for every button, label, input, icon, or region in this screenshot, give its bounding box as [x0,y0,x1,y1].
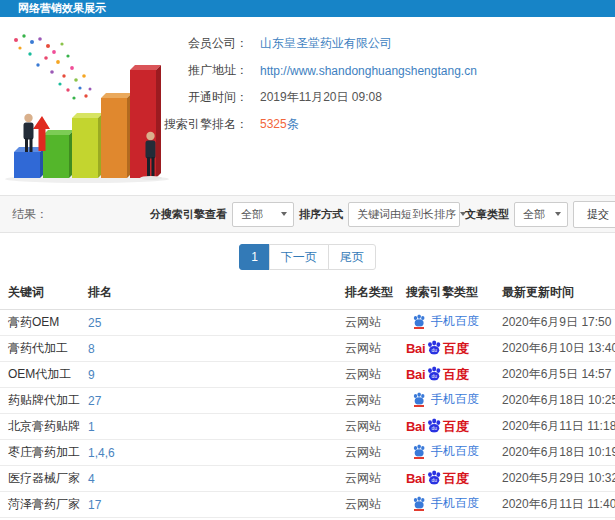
rank-link[interactable]: 1 [80,414,337,440]
svg-text:du: du [432,374,438,379]
rank-type-cell: 云网站 [337,388,398,414]
header-engine: 搜索引擎类型 [398,280,494,310]
baidu-logo: Bai du 百度 [406,418,469,435]
company-label: 会员公司： [162,35,248,52]
member-info: 会员公司： 山东皇圣堂药业有限公司 推广地址： http://www.shand… [162,30,612,138]
next-page-button[interactable]: 下一页 [269,244,329,270]
baidu-paw-icon [412,314,426,329]
engine-rank-label: 搜索引擎排名： [162,116,248,133]
baidu-logo: Bai du 百度 [406,470,469,487]
table-header-row: 关键词 排名 排名类型 搜索引擎类型 最新更新时间 [0,280,615,310]
updated-cell: 2020年6月11日 11:40 [494,492,615,518]
result-label: 结果： [12,206,48,223]
baidu-paw-icon [412,392,426,407]
baidu-logo: Bai du 百度 [406,340,469,357]
article-type-select[interactable]: 全部 [514,202,568,227]
keyword-cell: 药贴牌代加工 [0,388,80,414]
table-row: 药贴牌代加工 27 云网站 手机百度 2020年6月18日 10:25 [0,388,615,414]
header-keyword: 关键词 [0,280,80,310]
submit-button[interactable]: 提交 [573,201,615,228]
engine-cell: 手机百度 [398,492,494,518]
engine-cell: Bai du 百度 [398,414,494,440]
table-row: 菏泽膏药厂家 17 云网站 手机百度 2020年6月11日 11:40 [0,492,615,518]
engine-cell: Bai du 百度 [398,362,494,388]
updated-cell: 2020年5月29日 10:32 [494,466,615,492]
keyword-cell: 医疗器械厂家 [0,466,80,492]
chevron-down-icon [555,212,561,216]
baidu-paw-icon [412,444,426,459]
info-section: 会员公司： 山东皇圣堂药业有限公司 推广地址： http://www.shand… [0,17,615,195]
svg-text:du: du [432,348,438,353]
sort-select[interactable]: 关键词由短到长排序 [348,202,460,227]
company-link[interactable]: 山东皇圣堂药业有限公司 [260,35,392,52]
rank-link[interactable]: 8 [80,336,337,362]
open-time-label: 开通时间： [162,89,248,106]
keyword-cell: 膏药OEM [0,310,80,336]
header-updated: 最新更新时间 [494,280,615,310]
table-row: 北京膏药贴牌 1 云网站 Bai du 百度 2020年6月11日 11:18 [0,414,615,440]
open-time-row: 开通时间： 2019年11月20日 09:08 [162,84,612,111]
engine-rank-row: 搜索引擎排名： 5325条 [162,111,612,138]
article-type-label: 文章类型 [465,207,509,222]
sort-value: 关键词由短到长排序 [357,207,456,222]
rank-type-cell: 云网站 [337,440,398,466]
updated-cell: 2020年6月11日 11:18 [494,414,615,440]
pagination-group: 1 下一页 尾页 [239,244,376,270]
promo-url-link[interactable]: http://www.shandonghuangshengtang.cn [260,64,477,78]
confetti-dots [14,34,92,99]
rank-link[interactable]: 25 [80,310,337,336]
last-page-button[interactable]: 尾页 [328,244,376,270]
company-row: 会员公司： 山东皇圣堂药业有限公司 [162,30,612,57]
keyword-cell: 膏药代加工 [0,336,80,362]
filter-bar: 结果： 分搜索引擎查看 全部 排序方式 关键词由短到长排序 文章类型 全部 提交 [0,195,615,233]
svg-text:du: du [432,426,438,431]
page-1-button[interactable]: 1 [239,244,270,270]
filter-controls: 分搜索引擎查看 全部 排序方式 关键词由短到长排序 文章类型 全部 提交 [150,201,615,228]
rank-type-cell: 云网站 [337,466,398,492]
updated-cell: 2020年6月5日 14:57 [494,362,615,388]
table-row: 膏药OEM 25 云网站 手机百度 2020年6月9日 17:50 [0,310,615,336]
table-row: 膏药代加工 8 云网站 Bai du 百度 2020年6月10日 13:40 [0,336,615,362]
rank-unit: 条 [287,117,299,131]
rank-link[interactable]: 27 [80,388,337,414]
rank-link[interactable]: 17 [80,492,337,518]
rank-type-cell: 云网站 [337,362,398,388]
page-title: 网络营销效果展示 [18,2,106,14]
updated-cell: 2020年6月10日 13:40 [494,336,615,362]
engine-rank-value[interactable]: 5325条 [260,116,299,133]
article-type-value: 全部 [523,207,545,222]
engine-cell: Bai du 百度 [398,336,494,362]
baidu-paw-icon: du [426,470,442,485]
keyword-cell: 菏泽膏药厂家 [0,492,80,518]
mobile-baidu-logo: 手机百度 [412,496,479,511]
window-title-bar: 网络营销效果展示 [0,0,615,17]
keyword-cell: OEM代加工 [0,362,80,388]
chevron-down-icon [281,212,287,216]
rank-count: 5325 [260,117,287,131]
engine-filter-label: 分搜索引擎查看 [150,207,227,222]
updated-cell: 2020年6月18日 10:19 [494,440,615,466]
rank-link[interactable]: 9 [80,362,337,388]
pagination: 1 下一页 尾页 [0,233,615,280]
rank-type-cell: 云网站 [337,414,398,440]
rank-link[interactable]: 1,4,6 [80,440,337,466]
sort-label: 排序方式 [299,207,343,222]
baidu-logo: Bai du 百度 [406,366,469,383]
table-row: 医疗器械厂家 4 云网站 Bai du 百度 2020年5月29日 10:32 [0,466,615,492]
svg-text:du: du [432,478,438,483]
table-row: 枣庄膏药加工 1,4,6 云网站 手机百度 2020年6月18日 10:19 [0,440,615,466]
engine-filter-select[interactable]: 全部 [232,202,294,227]
baidu-paw-icon: du [426,418,442,433]
rank-type-cell: 云网站 [337,310,398,336]
rank-link[interactable]: 4 [80,466,337,492]
baidu-paw-icon: du [426,366,442,381]
engine-cell: Bai du 百度 [398,466,494,492]
updated-cell: 2020年6月18日 10:25 [494,388,615,414]
open-time-value: 2019年11月20日 09:08 [260,89,382,106]
updated-cell: 2020年6月9日 17:50 [494,310,615,336]
engine-filter-value: 全部 [241,207,263,222]
keyword-cell: 枣庄膏药加工 [0,440,80,466]
baidu-paw-icon: du [426,340,442,355]
mobile-baidu-logo: 手机百度 [412,392,479,407]
promo-url-label: 推广地址： [162,62,248,79]
